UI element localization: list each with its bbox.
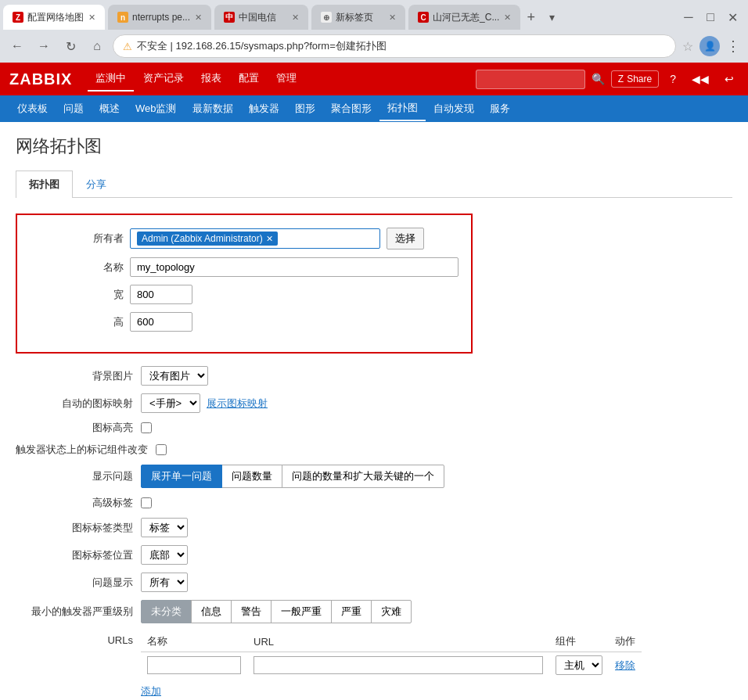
back-button[interactable]: ← [6, 35, 28, 57]
profile-button[interactable]: 👤 [699, 36, 720, 56]
search-icon-button[interactable]: 🔍 [592, 73, 605, 85]
urls-col-component: 组件 [549, 631, 609, 652]
owner-tag-close[interactable]: ✕ [266, 234, 273, 244]
bg-select[interactable]: 没有图片 [141, 366, 208, 386]
notification-button[interactable]: ◀◀ [687, 71, 714, 87]
search-input[interactable] [476, 70, 585, 89]
tab-favicon-2: n [117, 12, 128, 23]
url-bar[interactable]: ⚠ 不安全 | 192.168.26.15/sysmaps.php?form=创… [113, 34, 676, 58]
second-nav-overview[interactable]: 概述 [92, 97, 128, 120]
tab-topology[interactable]: 拓扑图 [16, 171, 73, 198]
second-nav-latest[interactable]: 最新数据 [185, 97, 241, 120]
show-problems-count-expand[interactable]: 问题的数量和扩大最关键的一个 [282, 465, 444, 488]
reload-button[interactable]: ↻ [59, 35, 81, 57]
sev-unclassified[interactable]: 未分类 [141, 600, 192, 623]
second-nav-web[interactable]: Web监测 [128, 97, 185, 120]
top-nav-item-config[interactable]: 配置 [231, 66, 267, 92]
tab-3[interactable]: 中 中国电信 ✕ [214, 5, 308, 30]
icon-label-type-label: 图标标签类型 [16, 521, 141, 535]
second-nav-triggers[interactable]: 触发器 [241, 97, 287, 120]
icon-map-control: <手册> 展示图标映射 [141, 393, 268, 413]
icon-label-type-select[interactable]: 标签 [141, 518, 188, 537]
tab-title-2: nterrupts pe... [132, 12, 190, 23]
problem-display-label: 问题显示 [16, 576, 141, 590]
share-button[interactable]: Z Share [611, 70, 659, 88]
show-problems-control: 展开单一问题 问题数量 问题的数量和扩大最关键的一个 [141, 465, 444, 488]
urls-remove-link[interactable]: 移除 [615, 659, 635, 671]
urls-col-url: URL [247, 631, 549, 652]
height-row: 高 [30, 312, 459, 332]
urls-url-input[interactable] [254, 656, 543, 674]
form-tabs: 拓扑图 分享 [16, 171, 732, 198]
icon-label-loc-row: 图标标签位置 底部 [16, 545, 720, 565]
tab-5[interactable]: C 山河已无恙_C... ✕ [408, 5, 520, 30]
tab-close-5[interactable]: ✕ [504, 13, 511, 23]
urls-component-select[interactable]: 主机 [556, 655, 602, 675]
page-title: 网络拓扑图 [16, 135, 732, 158]
show-problems-count[interactable]: 问题数量 [221, 465, 282, 488]
tab-4[interactable]: ⊕ 新标签页 ✕ [311, 5, 405, 30]
sev-disaster[interactable]: 灾难 [371, 600, 412, 623]
second-nav-discovery[interactable]: 自动发现 [426, 97, 482, 120]
icon-highlight-checkbox[interactable] [141, 422, 152, 433]
sev-info[interactable]: 信息 [191, 600, 232, 623]
minimize-button[interactable]: ─ [679, 8, 698, 27]
second-nav-topology[interactable]: 拓扑图 [379, 96, 426, 121]
tab-close-2[interactable]: ✕ [195, 13, 202, 23]
menu-button[interactable]: ⋮ [725, 36, 742, 56]
name-input[interactable] [130, 257, 459, 277]
icon-label-loc-control: 底部 [141, 545, 188, 565]
maximize-button[interactable]: □ [701, 8, 720, 27]
top-nav-item-admin[interactable]: 管理 [268, 66, 304, 92]
add-url-link[interactable]: 添加 [141, 685, 161, 697]
tab-title-5: 山河已无恙_C... [433, 11, 499, 24]
width-input[interactable] [130, 285, 192, 304]
tab-favicon-1: Z [13, 12, 23, 23]
tab-bar: Z 配置网络地图 ✕ n nterrupts pe... ✕ 中 中国电信 ✕ … [0, 0, 748, 30]
forward-button[interactable]: → [33, 35, 55, 57]
icon-map-link[interactable]: 展示图标映射 [207, 397, 268, 411]
urls-name-input[interactable] [147, 656, 241, 674]
second-nav-problems[interactable]: 问题 [56, 97, 92, 120]
icon-label-loc-select[interactable]: 底部 [141, 545, 188, 565]
tab-favicon-4: ⊕ [321, 12, 332, 23]
trigger-marker-checkbox[interactable] [156, 444, 167, 455]
tab-more-button[interactable]: ▾ [545, 11, 559, 23]
tab-1[interactable]: Z 配置网络地图 ✕ [3, 5, 105, 30]
show-problems-expand[interactable]: 展开单一问题 [141, 465, 222, 488]
advanced-checkbox[interactable] [141, 497, 152, 508]
tab-2[interactable]: n nterrupts pe... ✕ [108, 5, 211, 30]
top-nav-item-assets[interactable]: 资产记录 [135, 66, 192, 92]
sev-high[interactable]: 严重 [331, 600, 372, 623]
top-nav-item-reports[interactable]: 报表 [193, 66, 229, 92]
window-controls: ─ □ ✕ [679, 8, 748, 27]
top-nav-items: 监测中 资产记录 报表 配置 管理 [88, 66, 304, 92]
tab-close-1[interactable]: ✕ [88, 13, 95, 23]
top-nav-item-monitoring[interactable]: 监测中 [88, 66, 134, 92]
second-nav-dashboard[interactable]: 仪表板 [9, 97, 56, 120]
icon-map-select[interactable]: <手册> [141, 393, 200, 413]
tab-close-3[interactable]: ✕ [292, 13, 299, 23]
help-button[interactable]: ? [665, 71, 681, 87]
owner-select-button[interactable]: 选择 [387, 228, 424, 249]
urls-table-row: 主机 移除 [141, 652, 642, 679]
urls-col-name: 名称 [141, 631, 247, 652]
close-button[interactable]: ✕ [723, 8, 742, 27]
second-nav-services[interactable]: 服务 [482, 97, 518, 120]
problem-display-select[interactable]: 所有 [141, 573, 188, 592]
height-input[interactable] [130, 312, 192, 332]
new-tab-button[interactable]: + [520, 9, 541, 26]
user-button[interactable]: ↩ [720, 71, 739, 87]
bookmark-button[interactable]: ☆ [681, 38, 695, 56]
home-button[interactable]: ⌂ [86, 35, 108, 57]
share-icon: Z [618, 74, 624, 84]
tab-share[interactable]: 分享 [73, 171, 120, 198]
tab-close-4[interactable]: ✕ [389, 13, 396, 23]
tab-favicon-5: C [418, 12, 429, 23]
second-nav-graphs[interactable]: 图形 [287, 97, 323, 120]
tab-title-1: 配置网络地图 [27, 11, 84, 24]
icon-label-type-row: 图标标签类型 标签 [16, 518, 720, 537]
second-nav-screens[interactable]: 聚合图形 [323, 97, 379, 120]
sev-warning[interactable]: 警告 [231, 600, 272, 623]
sev-average[interactable]: 一般严重 [271, 600, 332, 623]
